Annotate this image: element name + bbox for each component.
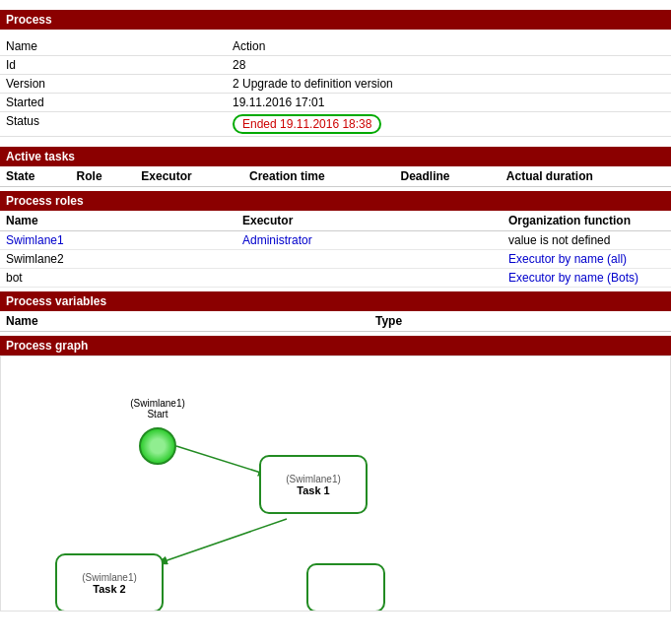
info-label-name: Name	[0, 37, 227, 56]
col-role: Role	[71, 166, 136, 187]
info-label-started: Started	[0, 94, 227, 112]
roles-name-bot: bot	[0, 269, 236, 288]
roles-orgfn-bot: Executor by name (Bots)	[503, 269, 671, 288]
active-tasks-table: State Role Executor Creation time Deadli…	[0, 166, 671, 187]
roles-col-org-function: Organization function	[503, 211, 671, 231]
start-node	[139, 427, 176, 465]
status-badge: Ended 19.11.2016 18:38	[233, 114, 381, 134]
info-row-version: Version 2 Upgrade to definition version	[0, 75, 671, 94]
task3-node	[306, 563, 385, 612]
process-roles-table: Name Executor Organization function Swim…	[0, 211, 671, 288]
roles-orgfn-swimlane2: Executor by name (all)	[503, 250, 671, 269]
variables-header-row: Name Type	[0, 311, 671, 332]
process-title: Process	[6, 13, 52, 27]
roles-row-bot: bot Executor by name (Bots)	[0, 269, 671, 288]
roles-executor-bot	[236, 269, 503, 288]
process-roles-title: Process roles	[6, 194, 84, 208]
info-row-name: Name Action	[0, 37, 671, 56]
info-row-id: Id 28	[0, 56, 671, 75]
info-row-status: Status Ended 19.11.2016 18:38	[0, 112, 671, 137]
active-tasks-header: Active tasks	[0, 147, 671, 166]
process-graph-title: Process graph	[6, 339, 88, 353]
roles-executor-swimlane1: Administrator	[236, 231, 503, 250]
roles-orgfn-swimlane1: value is not defined	[503, 231, 671, 250]
process-graph-header: Process graph	[0, 336, 671, 355]
info-label-id: Id	[0, 56, 227, 75]
info-value-started: 19.11.2016 17:01	[227, 94, 671, 112]
roles-name-swimlane1: Swimlane1	[0, 231, 236, 250]
process-info-table: Name Action Id 28 Version 2 Upgrade to d…	[0, 37, 671, 137]
process-variables-title: Process variables	[6, 294, 106, 308]
svg-line-0	[176, 446, 267, 475]
col-executor: Executor	[135, 166, 243, 187]
roles-executor-swimlane2	[236, 250, 503, 269]
info-value-name: Action	[227, 37, 671, 56]
task2-node: (Swimlane1) Task 2	[55, 553, 164, 612]
col-deadline: Deadline	[395, 166, 501, 187]
roles-row-swimlane2: Swimlane2 Executor by name (all)	[0, 250, 671, 269]
roles-name-swimlane2: Swimlane2	[0, 250, 236, 269]
info-row-started: Started 19.11.2016 17:01	[0, 94, 671, 112]
variables-col-name: Name	[0, 311, 369, 332]
start-node-label: (Swimlane1)Start	[118, 398, 197, 419]
col-creation-time: Creation time	[243, 166, 395, 187]
roles-col-name: Name	[0, 211, 236, 231]
roles-header-row: Name Executor Organization function	[0, 211, 671, 231]
variables-col-type: Type	[369, 311, 671, 332]
col-state: State	[0, 166, 71, 187]
process-variables-header: Process variables	[0, 291, 671, 311]
process-variables-table: Name Type	[0, 311, 671, 332]
task1-node: (Swimlane1) Task 1	[259, 455, 368, 514]
info-label-version: Version	[0, 75, 227, 94]
info-value-version: 2 Upgrade to definition version	[227, 75, 671, 94]
roles-col-executor: Executor	[236, 211, 503, 231]
info-label-status: Status	[0, 112, 227, 137]
col-actual-duration: Actual duration	[501, 166, 671, 187]
info-value-status: Ended 19.11.2016 18:38	[227, 112, 671, 137]
process-section-header: Process	[0, 10, 671, 30]
svg-line-1	[159, 519, 287, 563]
process-graph-area: (Swimlane1)Start (Swimlane1) Task 1 (Swi…	[0, 355, 671, 612]
active-tasks-title: Active tasks	[6, 150, 75, 163]
info-value-id: 28	[227, 56, 671, 75]
process-roles-header: Process roles	[0, 191, 671, 211]
active-tasks-header-row: State Role Executor Creation time Deadli…	[0, 166, 671, 187]
roles-row-swimlane1: Swimlane1 Administrator value is not def…	[0, 231, 671, 250]
